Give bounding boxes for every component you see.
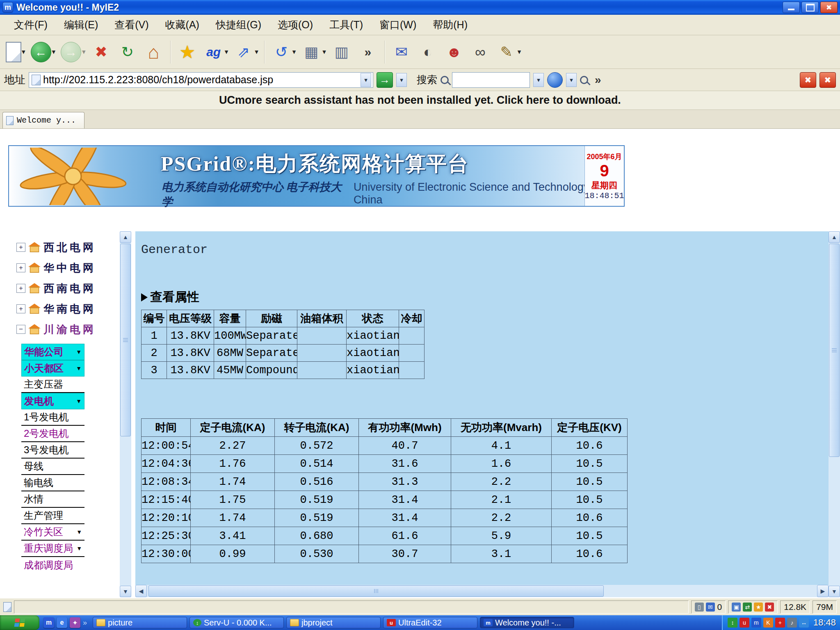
taskbar-task[interactable]: mWelcome you!! -... <box>480 617 574 628</box>
close-page-button[interactable] <box>819 72 836 88</box>
stop-all-button[interactable] <box>800 72 816 88</box>
new-page-button-dropdown[interactable]: ▾ <box>22 48 25 56</box>
mail-button[interactable]: ✉ <box>389 38 414 66</box>
tray-kingsoft-icon[interactable]: K <box>763 618 773 628</box>
tree-toggle-icon[interactable]: + <box>16 263 25 272</box>
sidebar-menu-item[interactable]: 成都调度局 <box>21 557 84 573</box>
sidebar-menu-item[interactable]: 1号发电机 <box>21 409 84 426</box>
external-tool-button-dropdown[interactable]: ▾ <box>255 48 258 56</box>
start-button[interactable] <box>0 615 39 630</box>
home-button[interactable]: ⌂ <box>142 38 166 66</box>
tray-servu-icon[interactable]: ↕ <box>728 618 737 628</box>
sidebar-tree-item[interactable]: +西南电网 <box>16 278 120 299</box>
go-button[interactable] <box>377 72 393 88</box>
flashget-button[interactable]: ag▾ <box>201 38 230 66</box>
sidebar-menu-item[interactable]: 水情 <box>21 491 84 508</box>
sidebar-menu-item[interactable]: 生产管理 <box>21 508 84 524</box>
notification-bar[interactable]: UCmore search assistant has not been ins… <box>0 91 840 110</box>
taskbar-task[interactable]: jbproject <box>286 617 381 628</box>
flashget-button-dropdown[interactable]: ▾ <box>225 48 228 56</box>
scroll-thumb[interactable] <box>120 244 131 436</box>
search-dropdown-button[interactable]: ▾ <box>533 73 544 87</box>
proxy-globe-button[interactable] <box>547 72 563 88</box>
tree-toggle-icon[interactable]: + <box>16 304 25 313</box>
search-input[interactable] <box>452 74 530 86</box>
scroll-down-button[interactable]: ▼ <box>829 586 840 597</box>
sidebar-menu-item[interactable]: 冷竹关区▼ <box>21 524 84 541</box>
proxy-dropdown-button[interactable]: ▾ <box>566 73 577 87</box>
menu-item[interactable]: 查看(V) <box>106 16 157 33</box>
highlighter-button[interactable]: ✎▾ <box>494 38 523 66</box>
address-overflow-chevron[interactable]: » <box>591 73 605 87</box>
proxy-button[interactable]: ◐ <box>415 38 440 66</box>
url-input[interactable] <box>43 74 361 86</box>
sidebar-tree-item[interactable]: +华南电网 <box>16 299 120 319</box>
scroll-left-button[interactable]: ◀ <box>135 585 147 597</box>
taskbar-task[interactable]: ↕Serv-U - 0.000 K... <box>189 617 284 628</box>
stop-button[interactable]: ✖ <box>89 38 114 66</box>
minimize-button[interactable] <box>783 2 800 13</box>
forward-button-dropdown[interactable]: ▾ <box>82 48 86 56</box>
quick-launch-chevron[interactable]: » <box>83 619 87 627</box>
tree-toggle-icon[interactable]: − <box>16 325 25 334</box>
menu-item[interactable]: 收藏(A) <box>157 16 208 33</box>
menu-item[interactable]: 选项(O) <box>269 16 321 33</box>
back-button-dropdown[interactable]: ▾ <box>52 48 56 56</box>
menu-item[interactable]: 窗口(W) <box>371 16 425 33</box>
sidebar-menu-item[interactable]: 主变压器 <box>21 377 84 393</box>
sidebar-menu-item[interactable]: 发电机▼ <box>21 393 84 409</box>
sidebar-tree-item[interactable]: −川渝电网 <box>16 319 120 340</box>
resource-button[interactable]: ∞ <box>468 38 493 66</box>
taskbar-task[interactable]: picture <box>93 617 187 628</box>
quick-launch-desktop[interactable]: ✦ <box>70 617 80 628</box>
tray-myie2-icon[interactable]: m <box>751 618 761 628</box>
window-list-button[interactable]: ▦▾ <box>299 38 328 66</box>
sidebar-menu-item[interactable]: 重庆调度局▼ <box>21 541 84 557</box>
tray-network-icon[interactable]: ↔ <box>799 618 809 628</box>
external-tool-button[interactable]: ⇗▾ <box>231 38 260 66</box>
quick-launch-ie[interactable]: e <box>57 617 67 628</box>
go-dropdown-button[interactable]: ▾ <box>396 73 407 87</box>
sidebar-menu-item[interactable]: 输电线 <box>21 475 84 491</box>
undo-button[interactable]: ↺▾ <box>269 38 298 66</box>
quick-launch-myie2[interactable]: m <box>43 617 54 628</box>
menu-item[interactable]: 快捷组(G) <box>208 16 269 33</box>
back-button[interactable]: ←▾ <box>29 38 57 66</box>
url-dropdown-button[interactable]: ▾ <box>361 73 371 87</box>
maximize-button[interactable] <box>801 2 819 13</box>
scroll-down-button[interactable]: ▼ <box>120 586 131 597</box>
highlighter-button-dropdown[interactable]: ▾ <box>518 48 521 56</box>
scroll-up-button[interactable]: ▲ <box>120 231 131 243</box>
menu-item[interactable]: 帮助(H) <box>425 16 476 33</box>
tab-welcome[interactable]: Welcome y... <box>2 112 84 128</box>
tray-volume-icon[interactable]: ♪ <box>787 618 797 628</box>
sidebar-tree-item[interactable]: +西北电网 <box>16 237 120 258</box>
privacy-button[interactable]: ☻ <box>442 38 466 66</box>
close-button[interactable] <box>820 2 838 13</box>
sidebar-menu-item[interactable]: 3号发电机 <box>21 442 84 459</box>
tree-toggle-icon[interactable]: + <box>16 284 25 293</box>
menu-item[interactable]: 编辑(E) <box>56 16 106 33</box>
scroll-right-button[interactable]: ▶ <box>817 585 829 597</box>
new-page-button[interactable]: ▾ <box>4 38 27 66</box>
scroll-thumb[interactable] <box>829 244 840 457</box>
taskbar-task[interactable]: uUltraEdit-32 <box>383 617 477 628</box>
menu-item[interactable]: 文件(F) <box>6 16 56 33</box>
sidebar-tree-item[interactable]: +华中电网 <box>16 258 120 278</box>
find-icon[interactable] <box>580 76 588 84</box>
window-list-button-dropdown[interactable]: ▾ <box>322 48 326 56</box>
favorites-button[interactable]: ★ <box>175 38 200 66</box>
scroll-up-button[interactable]: ▲ <box>829 231 840 243</box>
tray-antivirus-icon[interactable]: + <box>775 618 785 628</box>
menu-item[interactable]: 工具(T) <box>321 16 371 33</box>
tree-toggle-icon[interactable]: + <box>16 243 25 252</box>
sidebar-menu-item[interactable]: 母线 <box>21 459 84 475</box>
sidebar-menu-item[interactable]: 华能公司▼ <box>21 344 84 360</box>
notification-text[interactable]: UCmore search assistant has not been ins… <box>219 94 621 107</box>
form-fill-button[interactable]: ▥ <box>329 38 354 66</box>
tray-ultraedit-icon[interactable]: u <box>740 618 749 628</box>
toolbar-overflow-chevron[interactable]: » <box>356 38 380 66</box>
sidebar-menu-item[interactable]: 2号发电机 <box>21 426 84 442</box>
scroll-thumb[interactable] <box>148 585 604 597</box>
undo-button-dropdown[interactable]: ▾ <box>292 48 296 56</box>
